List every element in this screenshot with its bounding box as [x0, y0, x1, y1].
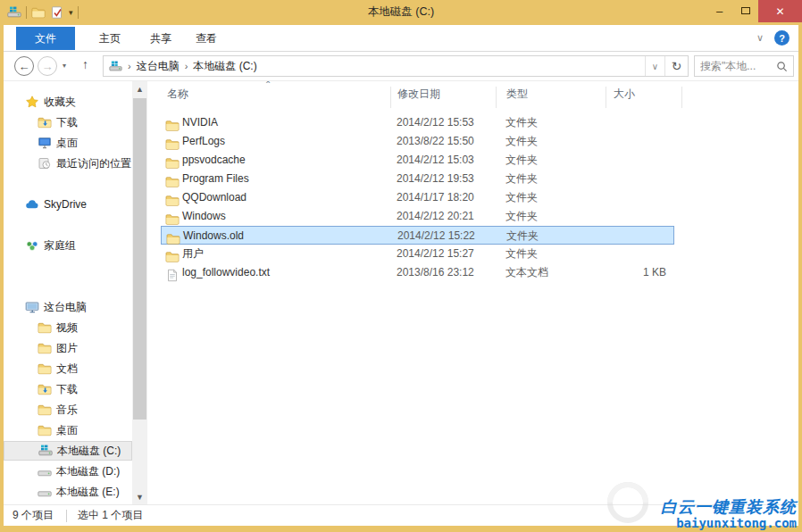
column-header-size[interactable]: 大小 — [614, 87, 635, 102]
maximize-icon — [741, 7, 750, 14]
column-header-date[interactable]: 修改日期 — [397, 87, 440, 102]
sidebar-item-music[interactable]: 音乐 — [38, 400, 78, 420]
sidebar-item-local-disk-c[interactable]: 本地磁盘 (C:) — [4, 441, 132, 461]
star-icon — [25, 96, 39, 108]
sidebar-item-documents[interactable]: 文档 — [38, 359, 78, 378]
sidebar-item-this-pc[interactable]: 这台电脑 — [25, 297, 87, 317]
file-row-windows-old[interactable]: Windows.old 2014/2/12 15:22 文件夹 — [161, 226, 674, 245]
sidebar-item-videos[interactable]: 视频 — [38, 318, 78, 337]
breadcrumb-separator-icon: › — [185, 61, 188, 71]
desktop-icon — [38, 137, 52, 149]
pictures-folder-icon — [38, 342, 52, 354]
system-drive-icon — [38, 445, 53, 457]
recent-locations-dropdown-icon[interactable]: ▾ — [63, 62, 66, 70]
drive-icon — [38, 465, 52, 478]
back-button[interactable]: ← — [14, 56, 34, 76]
column-divider[interactable] — [606, 87, 606, 108]
items-count: 9 个项目 — [13, 508, 54, 523]
window-title: 本地磁盘 (C:) — [0, 0, 802, 23]
tab-view[interactable]: 查看 — [184, 27, 229, 50]
breadcrumb[interactable]: › 这台电脑 › 本地磁盘 (C:) ∨ ↻ — [103, 55, 689, 77]
desktop-folder-icon — [38, 424, 52, 436]
sidebar-item-homegroup[interactable]: 家庭组 — [25, 236, 76, 255]
watermark-title: 白云一键重装系统 — [661, 498, 797, 516]
tab-home[interactable]: 主页 — [88, 27, 132, 50]
sidebar-item-downloads-pc[interactable]: 下载 — [38, 379, 78, 399]
up-button[interactable]: ↑ — [82, 57, 88, 71]
forward-button[interactable]: → — [38, 56, 57, 76]
refresh-icon[interactable]: ↻ — [664, 56, 688, 76]
sidebar-item-downloads[interactable]: 下载 — [38, 112, 78, 132]
navigation-pane: 收藏夹 下载 桌面 最近访问的位置 SkyDrive 家庭组 这台电脑 视频 图… — [4, 81, 132, 504]
file-row-ppsvodcache[interactable]: ppsvodcache 2014/2/12 15:03 文件夹 — [161, 151, 674, 170]
computer-icon — [109, 61, 122, 72]
sidebar-item-skydrive[interactable]: SkyDrive — [25, 195, 87, 214]
address-dropdown-icon[interactable]: ∨ — [645, 56, 664, 76]
explorer-window: ▾ 本地磁盘 (C:) – ✕ 文件 主页 共享 查看 ∨ ? ← → ▾ ↑ … — [0, 0, 802, 532]
column-header-name[interactable]: 名称 — [167, 87, 188, 102]
breadcrumb-this-pc[interactable]: 这台电脑 — [137, 59, 180, 74]
tab-share[interactable]: 共享 — [138, 27, 183, 50]
download-folder-icon — [38, 116, 52, 129]
sidebar-item-pictures[interactable]: 图片 — [38, 338, 78, 358]
address-bar: ← → ▾ ↑ › 这台电脑 › 本地磁盘 (C:) ∨ ↻ 搜索"本地... — [4, 52, 798, 81]
selected-count: 选中 1 个项目 — [78, 508, 143, 523]
watermark-url: baiyunxitong.com — [661, 516, 797, 530]
file-list: 名称 ˆ 修改日期 类型 大小 NVIDIA 2014/2/12 15:53 文… — [147, 81, 798, 504]
sidebar-item-favorites[interactable]: 收藏夹 — [25, 92, 76, 112]
drive-icon — [38, 486, 52, 498]
tab-file[interactable]: 文件 — [16, 27, 75, 50]
scroll-down-icon[interactable]: ▼ — [132, 489, 147, 504]
minimize-button[interactable]: – — [706, 0, 732, 21]
homegroup-icon — [25, 239, 39, 252]
help-icon[interactable]: ? — [774, 30, 789, 46]
file-row-windows[interactable]: Windows 2014/2/12 20:21 文件夹 — [161, 207, 674, 226]
status-divider — [66, 510, 67, 522]
sidebar-item-recent-places[interactable]: 最近访问的位置 — [38, 154, 131, 173]
watermark-logo — [597, 480, 659, 525]
recent-places-icon — [38, 157, 52, 170]
scroll-up-icon[interactable]: ▲ — [132, 81, 147, 96]
search-icon[interactable] — [776, 61, 788, 72]
file-row-users[interactable]: 用户 2014/2/12 15:27 文件夹 — [161, 245, 674, 263]
sidebar-item-desktop-pc[interactable]: 桌面 — [38, 420, 78, 440]
sidebar-item-local-disk-e[interactable]: 本地磁盘 (E:) — [38, 482, 120, 502]
column-header-type[interactable]: 类型 — [506, 87, 528, 102]
computer-icon — [25, 301, 39, 313]
scrollbar-thumb[interactable] — [133, 98, 146, 420]
file-row-log-txt[interactable]: log_followvideo.txt 2013/8/16 23:12 文本文档… — [161, 263, 674, 282]
documents-folder-icon — [38, 362, 52, 375]
file-row-nvidia[interactable]: NVIDIA 2014/2/12 15:53 文件夹 — [161, 113, 674, 132]
ribbon-tab-bar: 文件 主页 共享 查看 ∨ ? — [4, 25, 798, 52]
column-divider[interactable] — [681, 87, 682, 108]
sidebar-scrollbar[interactable]: ▲ ▼ — [132, 81, 147, 504]
watermark: 白云一键重装系统 baiyunxitong.com — [661, 498, 797, 530]
breadcrumb-local-disk-c[interactable]: 本地磁盘 (C:) — [193, 59, 256, 74]
breadcrumb-separator-icon: › — [128, 61, 131, 71]
column-divider[interactable] — [390, 87, 391, 108]
download-folder-icon — [38, 383, 52, 395]
search-input[interactable]: 搜索"本地... — [694, 55, 794, 77]
cloud-icon — [25, 198, 39, 211]
text-file-icon — [165, 266, 180, 285]
music-folder-icon — [38, 403, 52, 416]
ribbon-collapse-icon[interactable]: ∨ — [756, 32, 764, 44]
column-divider[interactable] — [496, 87, 497, 108]
videos-folder-icon — [38, 321, 52, 334]
search-placeholder: 搜索"本地... — [700, 59, 776, 74]
window-controls: – ✕ — [706, 0, 802, 22]
sort-ascending-icon: ˆ — [266, 79, 270, 93]
file-row-perflogs[interactable]: PerfLogs 2013/8/22 15:50 文件夹 — [161, 132, 674, 151]
file-row-qqdownload[interactable]: QQDownload 2014/1/17 18:20 文件夹 — [161, 188, 674, 207]
sidebar-item-local-disk-d[interactable]: 本地磁盘 (D:) — [38, 461, 120, 481]
title-bar[interactable]: ▾ 本地磁盘 (C:) – ✕ — [0, 0, 802, 25]
file-row-program-files[interactable]: Program Files 2014/2/12 19:53 文件夹 — [161, 170, 674, 188]
close-button[interactable]: ✕ — [758, 0, 802, 22]
sidebar-item-desktop[interactable]: 桌面 — [38, 133, 78, 153]
maximize-button[interactable] — [732, 0, 758, 21]
